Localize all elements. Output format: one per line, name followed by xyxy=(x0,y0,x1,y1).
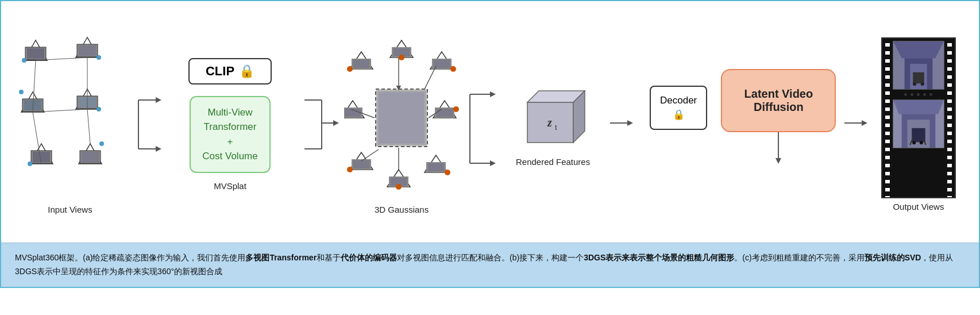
input-views-label: Input Views xyxy=(48,205,92,214)
svg-marker-100 xyxy=(862,120,867,126)
svg-point-77 xyxy=(347,66,353,72)
decoder-lock-icon: 🔒 xyxy=(673,109,685,121)
svg-rect-76 xyxy=(353,60,369,68)
svg-marker-42 xyxy=(333,120,339,126)
film-frame-2 xyxy=(893,99,944,148)
output-views-label: Output Views xyxy=(893,202,944,212)
svg-point-20 xyxy=(28,162,32,166)
lvd-spacer xyxy=(764,132,793,167)
caption-bar: MVSplat360框架。(a)给定稀疏姿态图像作为输入，我们首先使用多视图Tr… xyxy=(1,243,979,287)
caption-text-2: 和基于 xyxy=(317,253,341,262)
svg-text:z: z xyxy=(547,116,552,129)
film-frame-content-2 xyxy=(893,100,944,148)
camera-cluster xyxy=(18,34,122,201)
decoder-label: Decoder xyxy=(660,95,697,106)
film-dots xyxy=(882,93,955,96)
film-strip xyxy=(881,37,956,198)
mvsplat-section: CLIP 🔒 Multi-ViewTransformer+Cost Volume… xyxy=(167,58,294,191)
svg-rect-112 xyxy=(912,128,925,141)
feature-cube-area: z t xyxy=(516,82,591,151)
svg-line-30 xyxy=(87,109,90,144)
svg-point-12 xyxy=(19,90,24,94)
svg-marker-88 xyxy=(490,91,496,97)
svg-point-114 xyxy=(920,141,923,144)
svg-rect-105 xyxy=(913,72,924,83)
arrow-mvt-to-gauss xyxy=(299,66,339,183)
caption-text-3: 对多视图信息进行匹配和融合。(b)接下来，构建一个 xyxy=(397,253,584,262)
svg-rect-60 xyxy=(428,163,444,171)
mvt-text: Multi-ViewTransformer+Cost Volume xyxy=(202,105,257,164)
caption-prefix: MVSplat360框架。(a)给定稀疏姿态图像作为输入，我们首先使用 xyxy=(15,253,245,262)
svg-point-24 xyxy=(99,141,104,146)
svg-point-16 xyxy=(97,107,101,112)
main-container: Input Views CLIP 🔒 Multi-V xyxy=(0,0,980,288)
svg-marker-98 xyxy=(775,158,781,164)
svg-rect-68 xyxy=(353,160,369,168)
arrow-input-to-split xyxy=(133,66,161,183)
svg-rect-7 xyxy=(79,45,96,56)
mvsplat-label: MVSplat xyxy=(214,181,246,191)
lvd-label: Latent Video Diffusion xyxy=(734,87,823,114)
svg-marker-102 xyxy=(893,41,944,57)
svg-point-106 xyxy=(913,82,916,86)
svg-marker-109 xyxy=(893,99,944,113)
decoder-box: Decoder 🔒 xyxy=(650,86,707,130)
caption-bold-2: 代价体的编码器 xyxy=(341,253,397,262)
arrow-rendered-decoder xyxy=(607,94,636,154)
clip-label: CLIP xyxy=(206,64,234,79)
caption-bold-1: 多视图Transformer xyxy=(245,253,317,262)
rendered-label: Rendered Features xyxy=(516,157,590,167)
svg-rect-45 xyxy=(379,92,425,144)
film-frame-1 xyxy=(893,41,944,90)
svg-marker-36 xyxy=(156,146,161,152)
decoder-area: Decoder 🔒 xyxy=(650,74,707,143)
lvd-wrapper: Latent Video Diffusion space xyxy=(721,69,836,180)
svg-marker-89 xyxy=(490,160,496,166)
mvt-box: Multi-ViewTransformer+Cost Volume xyxy=(190,96,270,173)
caption-bold-4: 预先训练的SVD xyxy=(865,253,921,262)
clip-box: CLIP 🔒 xyxy=(188,58,272,84)
rendered-section: z t Rendered Features xyxy=(504,82,602,167)
mvsplat-inner: CLIP 🔒 Multi-ViewTransformer+Cost Volume xyxy=(167,58,294,173)
caption-text-4: 。(c)考虑到粗糙重建的不完善，采用 xyxy=(734,253,864,262)
svg-marker-35 xyxy=(156,97,161,103)
svg-rect-56 xyxy=(437,109,453,117)
svg-point-113 xyxy=(912,141,916,144)
caption-bold-3: 3DGS表示来表示整个场景的粗糙几何图形 xyxy=(584,253,734,262)
svg-point-69 xyxy=(347,167,353,172)
output-section: Output Views xyxy=(875,37,962,212)
svg-point-4 xyxy=(22,58,26,63)
svg-point-8 xyxy=(97,55,101,60)
lvd-box: Latent Video Diffusion xyxy=(721,69,836,132)
arrow-decoder-output xyxy=(842,94,870,154)
svg-rect-3 xyxy=(27,48,44,59)
diagram-area: Input Views CLIP 🔒 Multi-V xyxy=(1,1,979,243)
film-frame-content-1 xyxy=(893,41,944,89)
clip-lock-icon: 🔒 xyxy=(239,64,254,79)
gaussians-label: 3D Gaussians xyxy=(375,205,429,214)
gaussians-section: 3D Gaussians xyxy=(344,34,459,214)
svg-point-57 xyxy=(453,106,459,112)
svg-point-53 xyxy=(450,66,456,72)
svg-text:t: t xyxy=(555,123,557,132)
svg-rect-23 xyxy=(82,152,99,162)
svg-rect-19 xyxy=(33,152,50,162)
input-views-section: Input Views xyxy=(13,34,128,214)
svg-point-107 xyxy=(921,82,924,86)
svg-marker-96 xyxy=(627,120,633,126)
svg-point-65 xyxy=(396,184,402,190)
svg-point-49 xyxy=(399,55,404,60)
svg-point-61 xyxy=(445,170,450,175)
arrow-gauss-split xyxy=(464,48,499,200)
svg-line-79 xyxy=(425,66,436,89)
gaussians-cluster xyxy=(344,34,459,201)
decoder-section: Decoder 🔒 Decoder xyxy=(641,74,716,175)
